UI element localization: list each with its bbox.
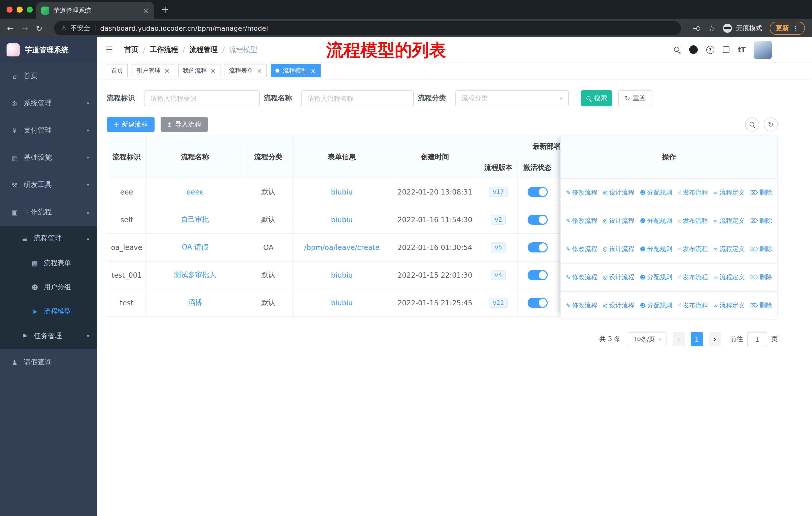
close-icon[interactable]: × xyxy=(310,67,316,74)
action-delete[interactable]: ⌦删除 xyxy=(750,217,772,225)
fullscreen-icon[interactable] xyxy=(723,46,729,53)
breadcrumb-item[interactable]: 工作流程 xyxy=(150,45,178,54)
import-process-button[interactable]: ↥ 导入流程 xyxy=(160,117,208,132)
goto-page-input[interactable] xyxy=(747,332,767,346)
action-assign[interactable]: ☻分配规则 xyxy=(640,188,672,197)
action-design[interactable]: ◎设计流程 xyxy=(603,188,634,197)
active-toggle[interactable] xyxy=(527,215,547,225)
sidebar-item-dev-tools[interactable]: ⚒研发工具▾ xyxy=(0,171,97,198)
font-size-icon[interactable]: tT xyxy=(738,46,745,54)
active-toggle[interactable] xyxy=(527,187,547,197)
bookmark-star-icon[interactable]: ☆ xyxy=(708,23,715,33)
process-key-input[interactable] xyxy=(144,90,260,106)
minimize-window-button[interactable] xyxy=(17,6,23,12)
process-name-input[interactable] xyxy=(301,90,414,106)
refresh-table-button[interactable]: ↻ xyxy=(764,117,778,132)
process-name-link[interactable]: 滔博 xyxy=(188,298,202,306)
action-assign[interactable]: ☻分配规则 xyxy=(640,273,672,282)
action-publish[interactable]: ☝发布流程 xyxy=(678,188,708,197)
sidebar-item-task-mgmt[interactable]: ⚑任务管理▾ xyxy=(0,324,97,349)
address-bar[interactable]: ⚠ 不安全 | dashboard.yudao.iocoder.cn/bpm/m… xyxy=(54,21,681,35)
create-process-button[interactable]: + 新建流程 xyxy=(107,117,154,132)
action-definition[interactable]: ∞流程定义 xyxy=(713,301,745,310)
close-icon[interactable]: × xyxy=(210,67,216,74)
hide-search-button[interactable] xyxy=(745,117,759,132)
sidebar-item-infrastructure[interactable]: ▦基础设施▾ xyxy=(0,144,97,171)
process-name-link[interactable]: OA 请假 xyxy=(182,243,208,251)
sidebar-item-user-group[interactable]: ☻用户分组 xyxy=(0,275,97,299)
page-1-button[interactable]: 1 xyxy=(691,332,703,346)
sidebar-toggle-icon[interactable]: ☰ xyxy=(106,45,117,54)
action-publish[interactable]: ☝发布流程 xyxy=(678,301,708,310)
security-label[interactable]: 不安全 xyxy=(70,24,90,33)
action-definition[interactable]: ∞流程定义 xyxy=(713,245,745,253)
zoom-window-button[interactable] xyxy=(27,6,33,12)
action-assign[interactable]: ☻分配规则 xyxy=(640,245,672,253)
action-edit[interactable]: ✎修改流程 xyxy=(566,188,597,197)
breadcrumb-item[interactable]: 首页 xyxy=(124,45,139,54)
next-page-button[interactable]: › xyxy=(709,332,721,346)
action-definition[interactable]: ∞流程定义 xyxy=(713,273,745,282)
tag-tab[interactable]: 首页 xyxy=(107,64,128,77)
action-delete[interactable]: ⌦删除 xyxy=(750,301,772,310)
action-assign[interactable]: ☻分配规则 xyxy=(640,217,672,225)
close-tab-icon[interactable]: × xyxy=(143,6,149,15)
search-icon[interactable] xyxy=(673,46,680,53)
browser-tab[interactable]: 芋道管理系统 × xyxy=(36,2,154,19)
form-info-link[interactable]: biubiu xyxy=(331,188,353,196)
close-icon[interactable]: × xyxy=(257,67,262,74)
action-edit[interactable]: ✎修改流程 xyxy=(566,301,597,310)
action-publish[interactable]: ☝发布流程 xyxy=(678,273,708,282)
process-name-link[interactable]: eeee xyxy=(186,188,204,196)
action-design[interactable]: ◎设计流程 xyxy=(603,301,634,310)
new-tab-button[interactable]: + xyxy=(161,3,169,15)
action-edit[interactable]: ✎修改流程 xyxy=(566,245,597,253)
browser-update-button[interactable]: 更新 ⋮ xyxy=(770,22,805,35)
sidebar-item-leave-query[interactable]: ♟请假查询 xyxy=(0,349,97,376)
forward-button[interactable]: → xyxy=(21,23,28,33)
reset-button[interactable]: ↻ 重置 xyxy=(618,90,652,106)
action-assign[interactable]: ☻分配规则 xyxy=(640,301,672,310)
sidebar-item-system-mgmt[interactable]: ⚙系统管理▾ xyxy=(0,90,97,117)
sidebar-item-payment-mgmt[interactable]: ¥支付管理▾ xyxy=(0,117,97,144)
form-info-link[interactable]: biubiu xyxy=(331,271,353,279)
form-info-link[interactable]: biubiu xyxy=(331,299,353,307)
active-toggle[interactable] xyxy=(527,298,547,308)
sidebar-item-home[interactable]: ⌂首页 xyxy=(0,62,97,90)
reload-button[interactable]: ↻ xyxy=(36,23,42,33)
search-button[interactable]: 搜索 xyxy=(581,90,612,106)
tag-tab[interactable]: 流程模型× xyxy=(270,64,320,77)
breadcrumb-item[interactable]: 流程管理 xyxy=(190,45,218,54)
action-definition[interactable]: ∞流程定义 xyxy=(713,188,745,197)
close-window-button[interactable] xyxy=(6,6,12,12)
action-design[interactable]: ◎设计流程 xyxy=(603,245,634,253)
action-design[interactable]: ◎设计流程 xyxy=(603,217,634,225)
action-publish[interactable]: ☝发布流程 xyxy=(678,245,708,253)
sidebar-item-workflow[interactable]: ▣工作流程▴ xyxy=(0,198,97,226)
prev-page-button[interactable]: ‹ xyxy=(672,332,685,346)
tag-tab[interactable]: 流程表单× xyxy=(225,64,267,77)
action-delete[interactable]: ⌦删除 xyxy=(750,273,772,282)
tag-tab[interactable]: 我的流程× xyxy=(178,64,221,77)
github-icon[interactable] xyxy=(689,45,698,54)
sidebar-item-process-form[interactable]: ▤流程表单 xyxy=(0,251,97,275)
action-publish[interactable]: ☝发布流程 xyxy=(678,217,708,225)
app-logo[interactable]: 芋道管理系统 xyxy=(0,37,97,62)
user-avatar[interactable] xyxy=(754,40,772,59)
page-size-select[interactable]: 10条/页 ▾ xyxy=(628,332,667,346)
help-icon[interactable]: ? xyxy=(706,46,714,54)
form-info-link[interactable]: biubiu xyxy=(331,216,353,224)
active-toggle[interactable] xyxy=(527,270,547,280)
action-definition[interactable]: ∞流程定义 xyxy=(713,217,745,225)
process-name-link[interactable]: 自己审批 xyxy=(181,215,209,223)
action-delete[interactable]: ⌦删除 xyxy=(750,245,772,253)
action-design[interactable]: ◎设计流程 xyxy=(603,273,634,282)
active-toggle[interactable] xyxy=(527,242,547,252)
action-edit[interactable]: ✎修改流程 xyxy=(566,273,597,282)
tag-tab[interactable]: 租户管理× xyxy=(132,64,174,77)
browser-menu-icon[interactable]: ⋮ xyxy=(792,24,799,32)
action-delete[interactable]: ⌦删除 xyxy=(750,188,772,197)
close-icon[interactable]: × xyxy=(164,67,170,74)
category-select[interactable]: 流程分类 ▾ xyxy=(455,90,569,106)
sidebar-item-process-mgmt[interactable]: ≣流程管理▴ xyxy=(0,226,97,251)
